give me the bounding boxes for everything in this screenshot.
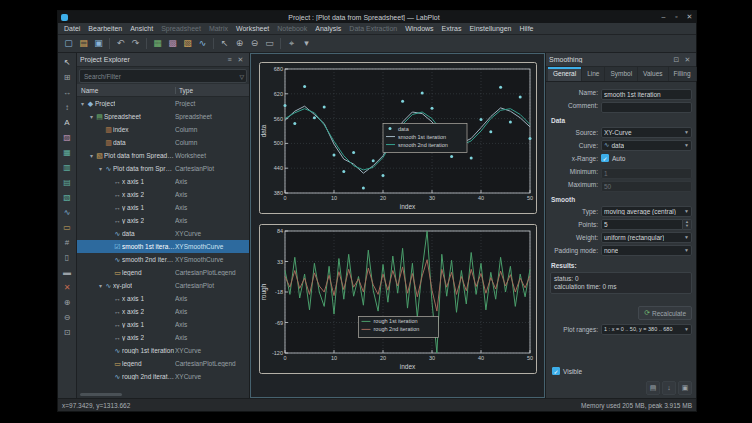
close-button[interactable]: ✕ <box>683 13 696 21</box>
menu-spreadsheet[interactable]: Spreadsheet <box>157 23 205 34</box>
tree-row[interactable]: ↔x axis 1Axis <box>77 292 249 305</box>
tree-row[interactable]: ▭legendCartesianPlotLegend <box>77 357 249 370</box>
vertical-layout-icon[interactable]: ▯ <box>61 251 74 264</box>
tree-row[interactable]: ▾▤SpreadsheetSpreadsheet <box>77 110 249 123</box>
worksheet-view[interactable]: 01020304050380440500560620680indexdatada… <box>250 53 545 398</box>
zoom-in-icon[interactable]: ⊕ <box>233 37 246 50</box>
load-template-icon[interactable]: ▤ <box>646 381 660 395</box>
zoom-x-tool-icon[interactable]: ↔ <box>61 86 74 99</box>
dock-close-icon[interactable]: ✕ <box>682 56 693 64</box>
menu-analysis[interactable]: Analysis <box>311 23 345 34</box>
new-plot-icon[interactable]: ∿ <box>196 37 209 50</box>
tab-general[interactable]: General <box>548 67 582 81</box>
new-worksheet-icon[interactable]: ▧ <box>181 37 194 50</box>
menu-einstellungen[interactable]: Einstellungen <box>465 23 515 34</box>
tab-values[interactable]: Values <box>638 67 668 81</box>
tree-row[interactable]: ↔x axis 2Axis <box>77 305 249 318</box>
tree-row[interactable]: ↔y axis 2Axis <box>77 331 249 344</box>
tree-row[interactable]: ▾◆ProjectProject <box>77 97 249 110</box>
tree-row[interactable]: ∿rough 2nd iterationXYCurve <box>77 370 249 383</box>
source-select[interactable]: XY-Curve ▼ <box>601 127 692 138</box>
tree-row[interactable]: ☑smooth 1st iterationXYSmoothCurve <box>77 240 249 253</box>
tree-row[interactable]: ↔x axis 1Axis <box>77 175 249 188</box>
points-spinbox[interactable] <box>601 219 683 230</box>
tree-row[interactable]: ↔y axis 2Axis <box>77 214 249 227</box>
menu-hilfe[interactable]: Hilfe <box>515 23 537 34</box>
comment-input[interactable] <box>601 102 692 113</box>
tree-row[interactable]: ▾▧Plot data from SpreadsheetWorksheet <box>77 149 249 162</box>
tree-row[interactable]: ↔x axis 2Axis <box>77 188 249 201</box>
add-plot-centered-icon[interactable]: ▤ <box>61 176 74 189</box>
menu-ansicht[interactable]: Ansicht <box>126 23 157 34</box>
break-layout-icon[interactable]: ✕ <box>61 281 74 294</box>
zoom-out-tool-icon[interactable]: ⊖ <box>61 311 74 324</box>
save-project-icon[interactable]: ▣ <box>92 37 105 50</box>
view-mode-dropdown-icon[interactable]: ▾ <box>300 37 313 50</box>
tab-filling[interactable]: Filling <box>669 67 697 81</box>
save-template-icon[interactable]: ↓ <box>662 381 676 395</box>
zoom-y-tool-icon[interactable]: ↕ <box>61 101 74 114</box>
type-select[interactable]: moving average (central) ▼ <box>601 206 692 217</box>
expander-icon[interactable]: ▾ <box>79 100 86 107</box>
expander-icon[interactable]: ▾ <box>97 282 104 289</box>
select-mode-icon[interactable]: ↖ <box>218 37 231 50</box>
redo-icon[interactable]: ↷ <box>129 37 142 50</box>
menu-windows[interactable]: Windows <box>401 23 437 34</box>
tree-row[interactable]: ▾∿xy-plotCartesianPlot <box>77 279 249 292</box>
undo-icon[interactable]: ↶ <box>114 37 127 50</box>
menu-matrix[interactable]: Matrix <box>205 23 232 34</box>
tree-row[interactable]: ▭legendCartesianPlotLegend <box>77 266 249 279</box>
menu-data-extraction[interactable]: Data Extraction <box>345 23 401 34</box>
new-matrix-icon[interactable]: ▩ <box>166 37 179 50</box>
minimize-button[interactable]: – <box>657 13 670 21</box>
add-plot-four-axes-icon[interactable]: ▦ <box>61 146 74 159</box>
expander-icon[interactable]: ▾ <box>97 165 104 172</box>
dock-menu-icon[interactable]: ≡ <box>224 56 235 63</box>
search-input[interactable] <box>82 72 239 81</box>
zoom-in-tool-icon[interactable]: ⊕ <box>61 296 74 309</box>
new-spreadsheet-icon[interactable]: ▦ <box>151 37 164 50</box>
weight-select[interactable]: uniform (rectangular) ▼ <box>601 232 692 243</box>
tree-column-headers[interactable]: Name Type <box>77 84 249 97</box>
fit-page-tool-icon[interactable]: ⊡ <box>61 326 74 339</box>
menu-notebook[interactable]: Notebook <box>273 23 311 34</box>
add-legend-tool-icon[interactable]: ▭ <box>61 221 74 234</box>
tab-symbol[interactable]: Symbol <box>605 67 638 81</box>
add-plot-two-axes-icon[interactable]: ▥ <box>61 161 74 174</box>
project-explorer-header[interactable]: Project Explorer ≡ ✕ <box>77 53 249 67</box>
add-curve-tool-icon[interactable]: ∿ <box>61 206 74 219</box>
tree-row[interactable]: ↔y axis 1Axis <box>77 201 249 214</box>
grid-tool-icon[interactable]: # <box>61 236 74 249</box>
titlebar[interactable]: Project : [Plot data from Spreadsheet] —… <box>58 11 696 23</box>
tree-row[interactable]: ▥dataColumn <box>77 136 249 149</box>
curve-select[interactable]: ∿data ▼ <box>601 140 692 151</box>
tree-row[interactable]: ▥indexColumn <box>77 123 249 136</box>
visible-checkbox[interactable] <box>552 367 560 375</box>
tab-line[interactable]: Line <box>582 67 605 81</box>
menu-worksheet[interactable]: Worksheet <box>232 23 273 34</box>
menu-bearbeiten[interactable]: Bearbeiten <box>84 23 126 34</box>
select-tool-icon[interactable]: ↖ <box>61 56 74 69</box>
expander-icon[interactable]: ▾ <box>88 152 95 159</box>
filter-icon[interactable]: ▽ <box>239 73 244 80</box>
properties-dock-header[interactable]: Smoothing ⊡ ✕ <box>546 53 696 67</box>
crosshair-icon[interactable]: ⌖ <box>285 37 298 50</box>
menu-extras[interactable]: Extras <box>438 23 466 34</box>
zoom-select-tool-icon[interactable]: ⊞ <box>61 71 74 84</box>
tree-row[interactable]: ∿rough 1st iterationXYCurve <box>77 344 249 357</box>
new-project-icon[interactable]: ▢ <box>62 37 75 50</box>
tree-row[interactable]: ↔y axis 1Axis <box>77 318 249 331</box>
text-label-tool-icon[interactable]: A <box>61 116 74 129</box>
menu-datei[interactable]: Datei <box>60 23 84 34</box>
column-header-name[interactable]: Name <box>77 87 175 94</box>
spin-down-icon[interactable]: ▼ <box>683 224 691 229</box>
auto-range-checkbox[interactable] <box>601 154 609 162</box>
tree-row[interactable]: ▾∿Plot data from SpreadsheetCartesianPlo… <box>77 162 249 175</box>
add-plot-template-icon[interactable]: ▧ <box>61 191 74 204</box>
image-tool-icon[interactable]: ▨ <box>61 131 74 144</box>
expander-icon[interactable]: ▾ <box>88 113 95 120</box>
zoom-out-icon[interactable]: ⊖ <box>248 37 261 50</box>
rough-plot[interactable]: 010203040508433-18-69-120indexroughrough… <box>259 224 537 374</box>
search-box[interactable]: ▽ <box>79 69 247 83</box>
tree-row[interactable]: ∿smooth 2nd iterationXYSmoothCurve <box>77 253 249 266</box>
